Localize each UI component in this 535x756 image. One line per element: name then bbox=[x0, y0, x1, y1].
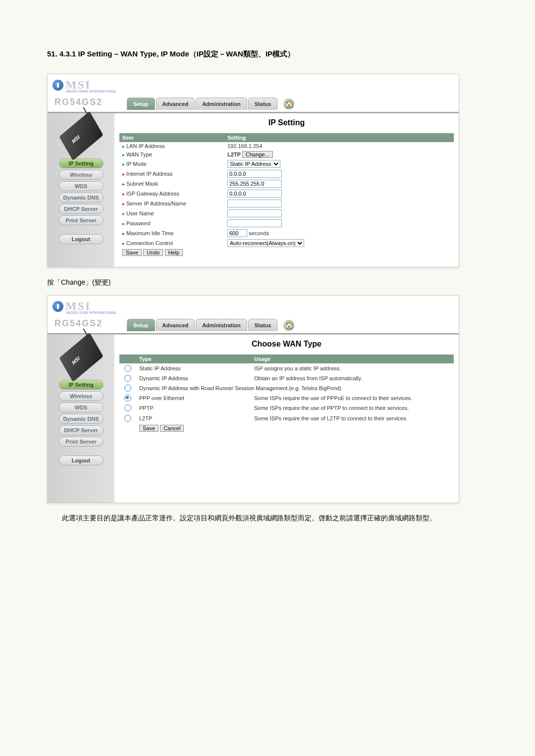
save-button[interactable]: Save bbox=[139, 425, 159, 432]
max-idle-input[interactable] bbox=[227, 229, 247, 237]
marker-icon: ▸ bbox=[122, 144, 125, 149]
label-isp-gw: ISP Gateway Address bbox=[126, 191, 179, 197]
tab-setup[interactable]: Setup bbox=[127, 319, 155, 331]
label-max-idle: Maximum Idle Time bbox=[126, 230, 173, 236]
label-user-name: User Name bbox=[126, 210, 154, 216]
sidebar-item-print-server[interactable]: Print Server bbox=[59, 437, 104, 447]
sidebar-item-wireless[interactable]: Wireless bbox=[59, 391, 104, 401]
wan-type-name: L2TP bbox=[136, 413, 251, 423]
sidebar: MSI IP Setting Wireless WDS Dynamic DNS … bbox=[48, 113, 114, 267]
wan-type-radio[interactable] bbox=[124, 395, 131, 402]
col-type: Type bbox=[136, 354, 251, 363]
isp-gateway-input[interactable] bbox=[227, 190, 282, 198]
wan-type-name: Static IP Address bbox=[136, 363, 251, 373]
user-name-input[interactable] bbox=[227, 209, 282, 217]
tab-advanced[interactable]: Advanced bbox=[156, 319, 195, 331]
sidebar: MSI IP Setting Wireless WDS Dynamic DNS … bbox=[48, 335, 114, 503]
tab-status[interactable]: Status bbox=[248, 98, 278, 110]
sidebar-item-dhcp-server[interactable]: DHCP Server bbox=[59, 425, 104, 435]
sidebar-item-dynamic-dns[interactable]: Dynamic DNS bbox=[59, 414, 104, 424]
col-usage: Usage bbox=[251, 354, 454, 363]
page-title: IP Setting bbox=[119, 118, 454, 127]
sidebar-item-wireless[interactable]: Wireless bbox=[59, 170, 104, 180]
sidebar-item-ip-setting[interactable]: IP Setting bbox=[59, 158, 104, 168]
marker-icon: ▸ bbox=[122, 171, 125, 177]
password-input[interactable] bbox=[227, 219, 282, 227]
sidebar-item-wds[interactable]: WDS bbox=[59, 403, 104, 412]
marker-icon: ▸ bbox=[122, 152, 125, 157]
logo-icon bbox=[53, 301, 63, 312]
router-image: MSI bbox=[59, 111, 103, 161]
change-button[interactable]: Change... bbox=[242, 151, 273, 158]
wan-type-usage: Some ISPs require the use of L2TP to con… bbox=[251, 413, 454, 423]
wan-type-row: Dynamic IP Address with Road Runner Sess… bbox=[119, 383, 454, 393]
settings-table: Item Setting ▸LAN IP Address 192.168.1.2… bbox=[119, 133, 454, 257]
home-icon[interactable]: 🏠 bbox=[283, 99, 294, 109]
label-password: Password bbox=[126, 220, 150, 226]
tab-setup[interactable]: Setup bbox=[127, 98, 155, 110]
wan-type-usage: ISP assigns you a static IP address. bbox=[251, 363, 454, 373]
wan-type-name: PPP over Ethernet bbox=[136, 393, 251, 403]
marker-icon: ▸ bbox=[122, 221, 125, 226]
marker-icon: ▸ bbox=[122, 241, 125, 246]
label-wan-type: WAN Type bbox=[126, 151, 152, 157]
sidebar-item-dhcp-server[interactable]: DHCP Server bbox=[59, 204, 104, 214]
tab-advanced[interactable]: Advanced bbox=[156, 98, 195, 110]
label-lan-ip: LAN IP Address bbox=[126, 143, 164, 149]
value-lan-ip: 192.168.1.254 bbox=[224, 142, 454, 150]
wan-type-radio[interactable] bbox=[124, 404, 131, 411]
wan-type-usage: Some ISPs require the use of PPPoE to co… bbox=[251, 393, 454, 403]
internet-ip-input[interactable] bbox=[227, 170, 282, 178]
router-image: MSI bbox=[59, 333, 103, 382]
wan-type-row: Static IP AddressISP assigns you a stati… bbox=[119, 363, 454, 373]
value-wan-type: L2TP bbox=[227, 151, 241, 157]
label-subnet: Subnet Mask bbox=[126, 181, 158, 187]
wan-type-radio[interactable] bbox=[124, 415, 131, 422]
sidebar-item-wds[interactable]: WDS bbox=[59, 181, 104, 191]
wan-type-radio[interactable] bbox=[124, 365, 131, 372]
save-button[interactable]: Save bbox=[122, 249, 142, 256]
main-panel: IP Setting Item Setting ▸LAN IP Address … bbox=[114, 113, 459, 267]
server-ip-input[interactable] bbox=[227, 200, 282, 207]
marker-icon: ▸ bbox=[122, 181, 125, 187]
cancel-button[interactable]: Cancel bbox=[160, 425, 184, 432]
wan-type-row: Dynamic IP AddressObtain an IP address f… bbox=[119, 373, 454, 383]
tab-status[interactable]: Status bbox=[248, 319, 278, 331]
sidebar-item-print-server[interactable]: Print Server bbox=[59, 215, 104, 225]
screenshot-choose-wan-type: MSI MICRO-STAR INTERNATIONAL RG54GS2 Set… bbox=[47, 295, 459, 503]
home-icon[interactable]: 🏠 bbox=[283, 320, 294, 331]
wan-type-usage: Obtain an IP address from ISP automatica… bbox=[251, 373, 454, 383]
sidebar-item-logout[interactable]: Logout bbox=[59, 234, 104, 244]
wan-type-radio[interactable] bbox=[124, 375, 131, 382]
wan-type-name: Dynamic IP Address bbox=[136, 373, 251, 383]
col-setting: Setting bbox=[224, 133, 454, 142]
label-ip-mode: IP Mode bbox=[126, 161, 147, 167]
help-button[interactable]: Help bbox=[165, 249, 183, 256]
wan-type-row: L2TPSome ISPs require the use of L2TP to… bbox=[119, 413, 454, 423]
ip-mode-select[interactable]: Static IP Address bbox=[227, 160, 280, 168]
wan-type-row: PPP over EthernetSome ISPs require the u… bbox=[119, 393, 454, 403]
label-conn-ctrl: Connection Control bbox=[126, 240, 173, 246]
connection-control-select[interactable]: Auto-reconnect(Always-on) bbox=[227, 239, 304, 247]
label-server-ip: Server IP Address/Name bbox=[126, 201, 186, 206]
marker-icon: ▸ bbox=[122, 161, 125, 167]
doc-heading: 51. 4.3.1 IP Setting – WAN Type, IP Mode… bbox=[47, 50, 488, 59]
page-title: Choose WAN Type bbox=[119, 340, 454, 349]
sidebar-item-ip-setting[interactable]: IP Setting bbox=[59, 380, 104, 390]
change-instruction: 按「Change」(變更) bbox=[47, 277, 473, 288]
undo-button[interactable]: Undo bbox=[143, 249, 163, 256]
wan-type-radio[interactable] bbox=[124, 385, 131, 392]
sidebar-item-logout[interactable]: Logout bbox=[59, 455, 104, 465]
tab-administration[interactable]: Administration bbox=[196, 319, 247, 331]
wan-type-name: PPTP bbox=[136, 403, 251, 413]
subnet-input[interactable] bbox=[227, 180, 282, 188]
main-panel: Choose WAN Type Type Usage Static IP Add… bbox=[114, 335, 459, 503]
marker-icon: ▸ bbox=[122, 211, 125, 216]
sidebar-item-dynamic-dns[interactable]: Dynamic DNS bbox=[59, 193, 104, 202]
tab-administration[interactable]: Administration bbox=[196, 98, 247, 110]
footer-description: 此選項主要目的是讓本產品正常運作。設定項目和網頁外觀須視廣域網路類型而定。啓動之… bbox=[62, 513, 473, 523]
wan-type-usage: Some ISPs require the use of PPTP to con… bbox=[251, 403, 454, 413]
screenshot-ip-setting: MSI MICRO-STAR INTERNATIONAL RG54GS2 Set… bbox=[47, 74, 459, 267]
wan-type-table: Type Usage Static IP AddressISP assigns … bbox=[119, 354, 454, 433]
logo-icon bbox=[53, 80, 63, 91]
